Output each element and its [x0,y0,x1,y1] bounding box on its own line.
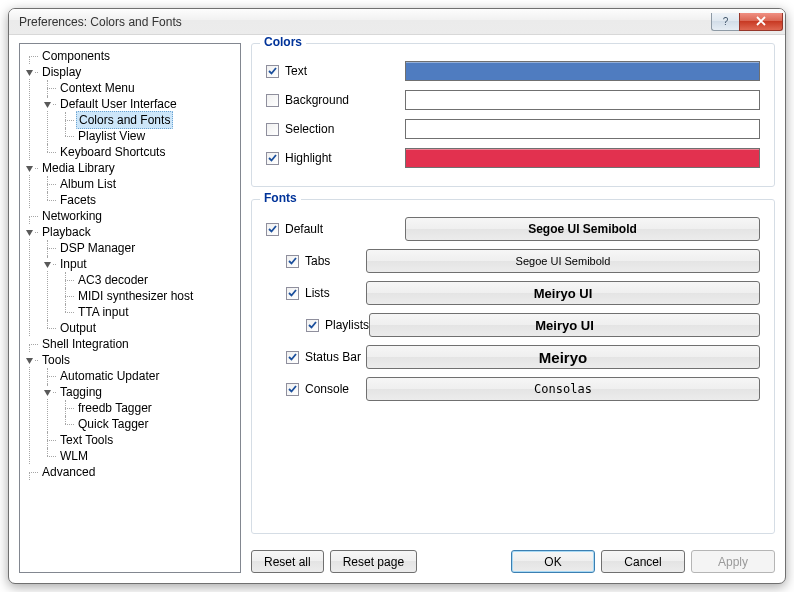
tree-item-midi[interactable]: MIDI synthesizer host [76,288,195,304]
close-icon [755,16,767,26]
tree-item-ac3[interactable]: AC3 decoder [76,272,150,288]
text-color-label: Text [285,64,405,78]
preferences-dialog: Preferences: Colors and Fonts ? Componen… [8,8,786,584]
ok-button[interactable]: OK [511,550,595,573]
background-color-label: Background [285,93,405,107]
tree-item-advanced[interactable]: Advanced [40,464,97,480]
tree-item-album-list[interactable]: Album List [58,176,118,192]
highlight-color-label: Highlight [285,151,405,165]
close-button[interactable] [739,13,783,31]
statusbar-font-label: Status Bar [305,350,361,364]
tabs-font-label: Tabs [305,254,330,268]
tree-item-dsp-manager[interactable]: DSP Manager [58,240,137,256]
tree-item-tta[interactable]: TTA input [76,304,130,320]
tree-item-playlist-view[interactable]: Playlist View [76,128,147,144]
selection-color-swatch[interactable] [405,119,760,139]
statusbar-font-checkbox[interactable] [286,351,299,364]
help-button[interactable]: ? [711,13,739,31]
apply-button[interactable]: Apply [691,550,775,573]
window-title: Preferences: Colors and Fonts [19,15,711,29]
cancel-button[interactable]: Cancel [601,550,685,573]
tree-item-auto-updater[interactable]: Automatic Updater [58,368,161,384]
tree-item-quick-tagger[interactable]: Quick Tagger [76,416,150,432]
dialog-content: Components Display Context Menu Default … [9,35,785,583]
tree-item-default-ui[interactable]: Default User Interface [58,96,179,112]
tree-item-wlm[interactable]: WLM [58,448,90,464]
console-font-label: Console [305,382,349,396]
collapse-icon[interactable] [42,259,53,270]
collapse-icon[interactable] [24,355,35,366]
playlists-font-label: Playlists [325,318,369,332]
default-font-checkbox[interactable] [266,223,279,236]
background-color-checkbox[interactable] [266,94,279,107]
default-font-label: Default [285,222,405,236]
tree-item-input[interactable]: Input [58,256,89,272]
tree-item-keyboard-shortcuts[interactable]: Keyboard Shortcuts [58,144,167,160]
collapse-icon[interactable] [24,227,35,238]
console-font-checkbox[interactable] [286,383,299,396]
tree-item-colors-fonts[interactable]: Colors and Fonts [76,111,173,129]
collapse-icon[interactable] [42,99,53,110]
tree-item-networking[interactable]: Networking [40,208,104,224]
help-icon: ? [723,16,729,27]
titlebar[interactable]: Preferences: Colors and Fonts ? [9,9,785,35]
fonts-heading: Fonts [260,191,301,205]
highlight-color-swatch[interactable] [405,148,760,168]
lists-font-label: Lists [305,286,330,300]
tree-item-tools[interactable]: Tools [40,352,72,368]
reset-all-button[interactable]: Reset all [251,550,324,573]
statusbar-font-button[interactable]: Meiryo [366,345,760,369]
tree-item-tagging[interactable]: Tagging [58,384,104,400]
fonts-group: Fonts Default Segoe UI Semibold Tabs Seg… [251,199,775,534]
text-color-swatch[interactable] [405,61,760,81]
collapse-icon[interactable] [24,67,35,78]
settings-panel: Colors Text Background Selection [251,43,775,573]
playlists-font-button[interactable]: Meiryo UI [369,313,760,337]
tree-item-text-tools[interactable]: Text Tools [58,432,115,448]
selection-color-checkbox[interactable] [266,123,279,136]
collapse-icon[interactable] [24,163,35,174]
default-font-button[interactable]: Segoe UI Semibold [405,217,760,241]
lists-font-checkbox[interactable] [286,287,299,300]
tabs-font-button[interactable]: Segoe UI Semibold [366,249,760,273]
tree-item-facets[interactable]: Facets [58,192,98,208]
colors-group: Colors Text Background Selection [251,43,775,187]
tree-item-freedb[interactable]: freedb Tagger [76,400,154,416]
tree-item-playback[interactable]: Playback [40,224,93,240]
colors-heading: Colors [260,35,306,49]
lists-font-button[interactable]: Meiryo UI [366,281,760,305]
background-color-swatch[interactable] [405,90,760,110]
selection-color-label: Selection [285,122,405,136]
tabs-font-checkbox[interactable] [286,255,299,268]
tree-item-shell-integration[interactable]: Shell Integration [40,336,131,352]
window-buttons: ? [711,13,783,31]
collapse-icon[interactable] [42,387,53,398]
tree-item-output[interactable]: Output [58,320,98,336]
tree-item-context-menu[interactable]: Context Menu [58,80,137,96]
console-font-button[interactable]: Consolas [366,377,760,401]
playlists-font-checkbox[interactable] [306,319,319,332]
tree-item-display[interactable]: Display [40,64,83,80]
category-tree[interactable]: Components Display Context Menu Default … [19,43,241,573]
text-color-checkbox[interactable] [266,65,279,78]
dialog-button-bar: Reset all Reset page OK Cancel Apply [251,546,775,573]
reset-page-button[interactable]: Reset page [330,550,417,573]
tree-item-components[interactable]: Components [40,48,112,64]
highlight-color-checkbox[interactable] [266,152,279,165]
tree-item-media-library[interactable]: Media Library [40,160,117,176]
